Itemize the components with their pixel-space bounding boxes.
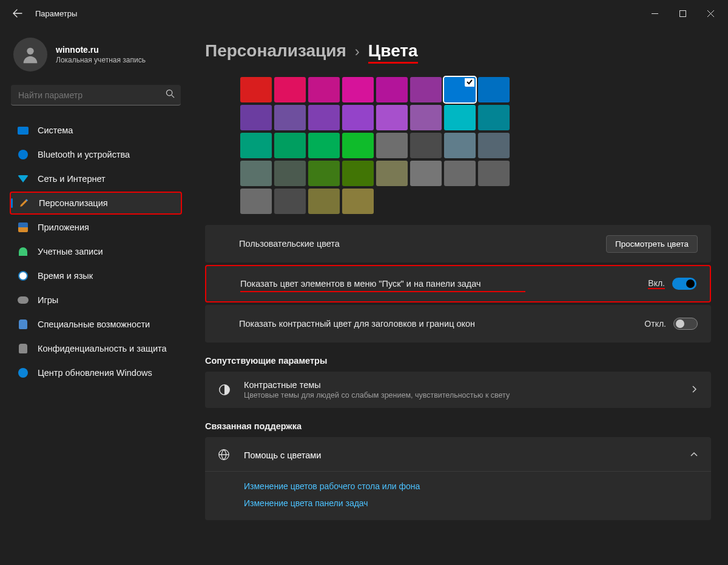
clock-icon — [17, 270, 29, 282]
help-title: Помощь с цветами — [244, 450, 678, 460]
apps-icon — [17, 221, 29, 233]
color-swatch[interactable] — [342, 133, 374, 158]
help-header[interactable]: Помощь с цветами — [205, 437, 711, 471]
contrast-icon — [217, 383, 232, 397]
nav-label: Конфиденциальность и защита — [38, 344, 167, 353]
custom-colors-row: Пользовательские цвета Просмотреть цвета — [205, 225, 711, 262]
color-swatch[interactable] — [342, 105, 374, 130]
minimize-button[interactable] — [641, 4, 669, 23]
contrast-themes-card[interactable]: Контрастные темы Цветовые темы для людей… — [205, 372, 711, 408]
related-section-title: Сопутствующие параметры — [205, 356, 711, 366]
color-swatch[interactable] — [274, 189, 306, 214]
color-swatch[interactable] — [274, 161, 306, 186]
account-type: Локальная учетная запись — [56, 56, 146, 64]
color-swatch[interactable] — [478, 133, 510, 158]
color-swatch[interactable] — [240, 77, 272, 102]
account-name: winnote.ru — [56, 45, 146, 55]
color-swatch[interactable] — [240, 189, 272, 214]
color-swatch[interactable] — [308, 133, 340, 158]
toggle-state-label: Вкл. — [648, 278, 665, 289]
nav-time-language[interactable]: Время и язык — [10, 264, 182, 287]
chevron-right-icon: › — [355, 43, 360, 60]
shield-icon — [17, 343, 29, 355]
nav-label: Сеть и Интернет — [38, 174, 106, 184]
svg-point-2 — [166, 90, 172, 95]
color-swatch[interactable] — [308, 77, 340, 102]
chevron-right-icon — [690, 384, 698, 395]
accent-color-grid — [240, 77, 711, 214]
nav-apps[interactable]: Приложения — [10, 216, 182, 239]
nav-label: Приложения — [38, 222, 89, 232]
nav-label: Персонализация — [39, 198, 108, 208]
nav-system[interactable]: Система — [10, 119, 182, 142]
color-swatch[interactable] — [410, 161, 442, 186]
nav-label: Время и язык — [38, 271, 93, 281]
custom-colors-label: Пользовательские цвета — [239, 239, 606, 249]
show-accent-start-taskbar-row: Показать цвет элементов в меню "Пуск" и … — [205, 265, 711, 303]
color-swatch[interactable] — [342, 77, 374, 102]
color-swatch[interactable] — [410, 77, 442, 102]
nav-windows-update[interactable]: Центр обновления Windows — [10, 361, 182, 384]
color-swatch[interactable] — [376, 105, 408, 130]
color-swatch[interactable] — [376, 133, 408, 158]
color-swatch[interactable] — [274, 133, 306, 158]
maximize-button[interactable] — [669, 4, 696, 23]
help-link-desktop-colors[interactable]: Изменение цветов рабочего стола или фона — [244, 481, 698, 491]
nav-accessibility[interactable]: Специальные возможности — [10, 313, 182, 336]
color-swatch[interactable] — [376, 161, 408, 186]
nav-accounts[interactable]: Учетные записи — [10, 240, 182, 263]
nav-label: Система — [38, 125, 73, 135]
color-swatch[interactable] — [478, 105, 510, 130]
color-swatch[interactable] — [240, 105, 272, 130]
nav-gaming[interactable]: Игры — [10, 289, 182, 312]
color-swatch[interactable] — [342, 161, 374, 186]
view-colors-button[interactable]: Просмотреть цвета — [606, 235, 698, 253]
nav-label: Bluetooth и устройства — [38, 150, 130, 159]
nav-privacy[interactable]: Конфиденциальность и защита — [10, 337, 182, 360]
gamepad-icon — [17, 294, 29, 306]
show-accent-start-taskbar-toggle[interactable] — [672, 278, 696, 290]
color-swatch[interactable] — [410, 133, 442, 158]
account-block[interactable]: winnote.ru Локальная учетная запись — [10, 32, 182, 81]
show-accent-titlebars-toggle[interactable] — [673, 318, 698, 330]
breadcrumb-parent[interactable]: Персонализация — [205, 41, 346, 61]
color-swatch[interactable] — [240, 161, 272, 186]
show-accent-titlebars-label: Показать контрастный цвет для заголовков… — [239, 319, 644, 329]
color-swatch[interactable] — [308, 161, 340, 186]
help-link-taskbar-color[interactable]: Изменение цвета панели задач — [244, 498, 698, 508]
color-swatch[interactable] — [410, 105, 442, 130]
color-swatch[interactable] — [308, 189, 340, 214]
search-input[interactable] — [18, 90, 166, 100]
nav-personalization[interactable]: Персонализация — [10, 192, 182, 215]
update-icon — [17, 367, 29, 379]
close-button[interactable] — [696, 4, 724, 23]
nav-network[interactable]: Сеть и Интернет — [10, 167, 182, 190]
nav-bluetooth[interactable]: Bluetooth и устройства — [10, 143, 182, 166]
search-box[interactable] — [11, 85, 181, 105]
contrast-subtitle: Цветовые темы для людей со слабым зрение… — [244, 391, 678, 400]
svg-point-1 — [27, 48, 33, 55]
color-swatch[interactable] — [444, 77, 476, 102]
color-swatch[interactable] — [240, 133, 272, 158]
nav-label: Игры — [38, 295, 58, 305]
color-swatch[interactable] — [444, 133, 476, 158]
color-swatch[interactable] — [342, 189, 374, 214]
show-accent-start-taskbar-label: Показать цвет элементов в меню "Пуск" и … — [240, 279, 648, 289]
nav-label: Центр обновления Windows — [38, 368, 152, 378]
nav-label: Учетные записи — [38, 247, 103, 256]
breadcrumb-current: Цвета — [368, 41, 418, 64]
avatar-icon — [13, 38, 47, 72]
back-button[interactable] — [7, 3, 28, 24]
color-swatch[interactable] — [444, 161, 476, 186]
color-swatch[interactable] — [478, 161, 510, 186]
search-icon — [166, 89, 175, 101]
nav-list: Система Bluetooth и устройства Сеть и Ин… — [10, 119, 182, 384]
color-swatch[interactable] — [478, 77, 510, 102]
color-swatch[interactable] — [274, 77, 306, 102]
color-swatch[interactable] — [444, 105, 476, 130]
content-area: Персонализация › Цвета Пользовательские … — [188, 27, 728, 565]
accessibility-icon — [17, 318, 29, 330]
color-swatch[interactable] — [274, 105, 306, 130]
color-swatch[interactable] — [376, 77, 408, 102]
color-swatch[interactable] — [308, 105, 340, 130]
